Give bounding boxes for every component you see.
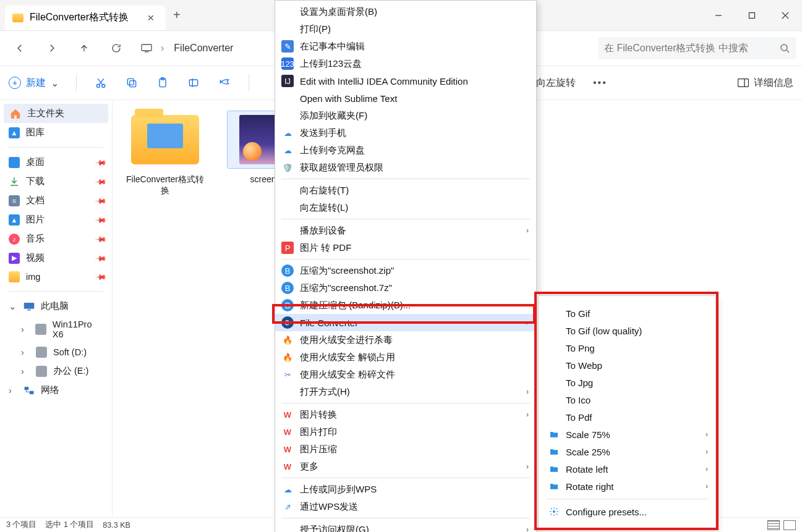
maximize-button[interactable] (735, 0, 769, 31)
ctx-image-to-pdf[interactable]: P图片 转 PDF (275, 239, 536, 256)
wps-icon: W (281, 408, 294, 421)
ctx-huorong-unlock[interactable]: 🔥使用火绒安全 解锁占用 (275, 348, 536, 366)
sidebar-item-network[interactable]: › 网络 (0, 381, 112, 400)
chevron-right-icon[interactable]: › (21, 347, 30, 357)
ctx-wps-img-print[interactable]: W图片打印 (275, 423, 536, 441)
sub-rotate-left[interactable]: Rotate left› (539, 460, 715, 478)
sidebar-item-documents[interactable]: ≡ 文档 📌 (0, 191, 112, 210)
rename-button[interactable] (187, 76, 200, 90)
sidebar-item-desktop[interactable]: 桌面 📌 (0, 153, 112, 172)
ctx-set-wallpaper[interactable]: 设置为桌面背景(B) (275, 3, 536, 20)
folder-icon (131, 115, 199, 164)
new-tab-button[interactable]: + (166, 8, 188, 22)
svg-rect-4 (142, 44, 151, 51)
copy-button[interactable] (125, 76, 139, 90)
sidebar-item-home[interactable]: 主文件夹 (4, 104, 108, 123)
ctx-notepad-edit[interactable]: ✎在记事本中编辑 (275, 38, 536, 55)
sub-to-jpg[interactable]: To Jpg (539, 374, 715, 391)
ctx-admin-rights[interactable]: 🛡️获取超级管理员权限 (275, 159, 536, 176)
chevron-right-icon: › (706, 482, 708, 491)
ctx-wps-img-convert[interactable]: W图片转换› (275, 406, 536, 423)
chevron-right-icon[interactable]: › (9, 386, 17, 395)
file-item-folder[interactable]: FileConverter格式转换 (125, 111, 205, 196)
sidebar-item-this-pc[interactable]: ⌄ 此电脑 (0, 297, 112, 316)
chevron-right-icon: › (706, 447, 708, 456)
ctx-wps-img-compress[interactable]: W图片压缩 (275, 441, 536, 458)
sub-to-webp[interactable]: To Webp (539, 357, 715, 374)
sub-scale-25[interactable]: Scale 25%› (539, 443, 715, 460)
ctx-compress-zip[interactable]: B压缩为"screenshot.zip" (275, 262, 536, 279)
sub-to-ico[interactable]: To Ico (539, 391, 715, 408)
sidebar-item-videos[interactable]: ▶ 视频 📌 (0, 248, 112, 268)
sidebar-item-gallery[interactable]: ▲ 图库 (0, 123, 112, 142)
nav-refresh-button[interactable] (103, 37, 130, 59)
sidebar-label: 办公 (E:) (53, 365, 88, 377)
ctx-upload-123[interactable]: 123上传到123云盘 (275, 55, 536, 72)
ctx-play-to-device[interactable]: 播放到设备› (275, 222, 536, 239)
sidebar-label: 图片 (26, 214, 45, 226)
sidebar-item-pictures[interactable]: ▲ 图片 📌 (0, 210, 112, 229)
more-button[interactable]: ••• (593, 77, 607, 88)
tab-active[interactable]: FileConverter格式转换 ✕ (5, 6, 166, 30)
cut-button[interactable] (94, 76, 108, 90)
ctx-compress-7z[interactable]: B压缩为"screenshot.7z" (275, 279, 536, 297)
tab-close-button[interactable]: ✕ (143, 12, 158, 24)
sidebar-item-img-folder[interactable]: img 📌 (0, 268, 112, 286)
separator (9, 147, 103, 148)
gear-icon (548, 506, 560, 517)
ctx-wps-more[interactable]: W更多› (275, 458, 536, 475)
rotate-left-label: 向左旋转 (536, 77, 576, 90)
sub-to-png[interactable]: To Png (539, 339, 715, 357)
ctx-label: 使用火绒安全 解锁占用 (300, 352, 395, 363)
sub-to-gif-low[interactable]: To Gif (low quality) (539, 322, 715, 339)
ctx-wps-send[interactable]: ⇗通过WPS发送 (275, 498, 536, 515)
sidebar-item-drive-e[interactable]: › 办公 (E:) (0, 361, 112, 381)
ctx-grant-access[interactable]: 授予访问权限(G)› (275, 521, 536, 532)
wps-icon: W (281, 426, 294, 438)
sidebar-item-drive-c[interactable]: › Win11Pro X6 (0, 316, 112, 343)
ctx-rotate-left[interactable]: 向左旋转(L) (275, 199, 536, 216)
minimize-button[interactable] (702, 0, 735, 31)
nav-up-button[interactable] (70, 37, 98, 59)
sidebar-item-drive-d[interactable]: › Soft (D:) (0, 343, 112, 361)
chevron-right-icon[interactable]: › (21, 324, 29, 334)
share-button[interactable] (218, 76, 231, 90)
ctx-send-phone[interactable]: ☁发送到手机 (275, 124, 536, 141)
ctx-print[interactable]: 打印(P) (275, 20, 536, 38)
breadcrumb-seg[interactable]: FileConverter (174, 43, 233, 54)
ctx-label: 打开方式(H) (300, 386, 350, 398)
close-window-button[interactable] (769, 0, 802, 31)
ctx-wps-upload-sync[interactable]: ☁上传或同步到WPS (275, 481, 536, 498)
ctx-huorong-shred[interactable]: ✂使用火绒安全 粉碎文件 (275, 366, 536, 383)
ctx-open-with[interactable]: 打开方式(H)› (275, 383, 536, 400)
sub-configure-presets[interactable]: Configure presets... (539, 503, 715, 520)
sub-label: To Jpg (566, 378, 593, 388)
sub-to-gif[interactable]: To Gif (539, 305, 715, 322)
sub-rotate-right[interactable]: Rotate right› (539, 478, 715, 495)
ctx-label: 新建压缩包 (Bandizip)(B)... (300, 300, 411, 311)
paste-button[interactable] (156, 76, 169, 90)
search-input[interactable]: 在 FileConverter格式转换 中搜索 (598, 37, 796, 59)
chevron-down-icon[interactable]: ⌄ (9, 302, 17, 311)
details-pane-button[interactable]: 详细信息 (738, 77, 793, 90)
ctx-open-sublime[interactable]: Open with Sublime Text (275, 90, 536, 107)
ctx-add-favorites[interactable]: 添加到收藏夹(F) (275, 107, 536, 124)
ctx-rotate-right[interactable]: 向右旋转(T) (275, 182, 536, 199)
ctx-huorong-scan[interactable]: 🔥使用火绒安全进行杀毒 (275, 331, 536, 348)
view-list-button[interactable] (767, 520, 780, 530)
ctx-new-archive[interactable]: B新建压缩包 (Bandizip)(B)... (275, 297, 536, 314)
ctx-file-converter[interactable]: ⟳File Converter› (275, 314, 536, 331)
cloud-icon: ☁ (281, 144, 294, 156)
view-grid-button[interactable] (783, 520, 796, 530)
ctx-upload-quark[interactable]: ☁上传到夸克网盘 (275, 141, 536, 159)
sub-label: To Png (566, 343, 595, 353)
nav-forward-button[interactable] (38, 37, 66, 59)
sidebar-item-downloads[interactable]: 下载 📌 (0, 172, 112, 191)
sidebar-item-music[interactable]: ♪ 音乐 📌 (0, 229, 112, 248)
ctx-edit-intellij[interactable]: IJEdit with IntelliJ IDEA Community Edit… (275, 72, 536, 90)
nav-back-button[interactable] (6, 37, 33, 59)
sub-to-pdf[interactable]: To Pdf (539, 408, 715, 426)
sub-scale-75[interactable]: Scale 75%› (539, 426, 715, 443)
chevron-right-icon[interactable]: › (21, 366, 30, 376)
new-button[interactable]: + 新建 ⌄ (9, 77, 59, 90)
